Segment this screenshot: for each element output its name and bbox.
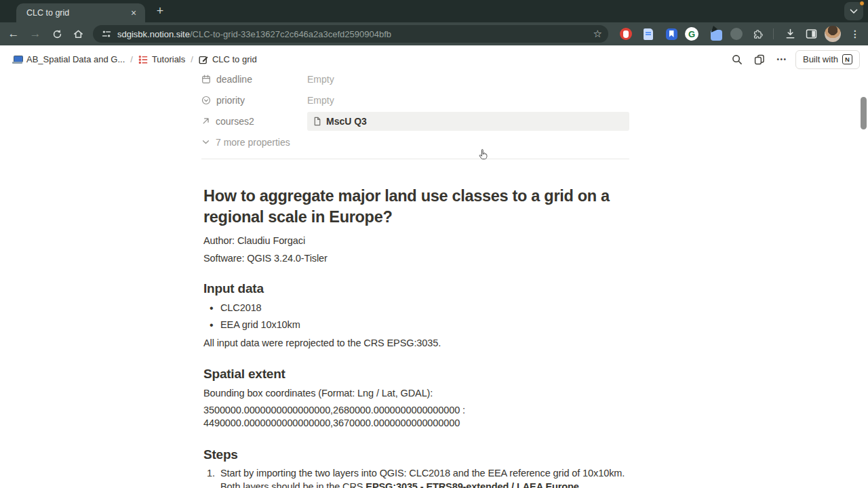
home-button[interactable] [68,22,87,45]
breadcrumb-item-workspace[interactable]: AB_Spatial Data and G... [9,53,127,66]
site-settings-icon[interactable] [102,29,111,39]
extension-grammarly-icon[interactable]: G [684,22,700,45]
notion-topbar-actions: ••• Built with N [728,50,860,69]
spatial-intro: Bounding box coordinates (Format: Lng / … [203,386,629,400]
update-notification-dot [859,1,865,6]
reload-icon [52,28,63,40]
property-row-deadline[interactable]: deadline Empty [201,68,629,89]
browser-tab[interactable]: CLC to grid × [16,3,145,22]
tab-close-icon[interactable]: × [127,7,140,19]
extension-bookmark-icon[interactable] [663,22,679,45]
relation-arrow-icon [201,117,210,125]
download-icon [785,28,796,39]
home-icon [73,28,84,40]
laptop-icon [12,56,22,64]
extension-docs-icon[interactable] [640,22,656,45]
search-icon [732,54,743,65]
property-name: priority [216,95,245,106]
property-value: Empty [307,74,334,85]
step-item: 1. Start by importing the two layers int… [203,467,629,488]
page-title: How to aggregate major land use classes … [203,186,629,228]
chevron-down-icon [201,138,210,146]
list-item: EEA grid 10x10km [203,317,629,333]
select-icon [201,96,211,105]
edit-icon [199,55,208,64]
puzzle-icon [753,28,764,40]
browser-toolbar: ← → sdgisbk.notion.site/CLC-to-grid-33e1… [0,22,868,45]
bounding-box-coordinates: 3500000.0000000000000000,2680000.0000000… [203,404,629,430]
search-button[interactable] [728,51,746,68]
input-note: All input data were reprojected to the C… [203,336,629,350]
more-options-button[interactable]: ••• [773,51,791,68]
tab-strip: CLC to grid × + [0,0,868,22]
extension-blue-icon[interactable] [708,22,724,45]
properties-divider [201,159,629,159]
toolbar-separator [773,28,774,39]
duplicate-button[interactable] [751,51,768,68]
relation-page-title: MscU Q3 [326,116,367,127]
software-line: Software: QGIS 3.24.0-Tisler [203,251,629,265]
tab-search-button[interactable] [844,2,863,20]
extensions-menu-button[interactable] [750,22,766,45]
copy-icon [754,54,765,65]
notion-logo-icon: N [842,54,852,64]
property-row-priority[interactable]: priority Empty [201,89,629,110]
input-data-list: CLC2018 EEA grid 10x10km [203,300,629,333]
new-tab-button[interactable]: + [153,4,167,19]
back-button[interactable]: ← [4,22,23,45]
list-item: CLC2018 [203,300,629,317]
section-heading-input-data: Input data [203,281,629,297]
breadcrumb-separator: / [191,54,193,64]
browser-menu-button[interactable]: ⋮ [846,22,865,45]
address-bar[interactable]: sdgisbk.notion.site/CLC-to-grid-33e13627… [93,25,608,43]
calendar-icon [201,75,211,84]
steps-list: 1. Start by importing the two layers int… [203,467,629,488]
page-properties: deadline Empty priority Empty courses2 M… [201,68,629,159]
url-domain: sdgisbk.notion.site [117,29,190,39]
bookmark-star-icon[interactable]: ☆ [593,28,602,40]
section-heading-steps: Steps [203,447,629,463]
more-properties-toggle[interactable]: 7 more properties [201,131,629,152]
property-name: courses2 [216,116,254,127]
profile-avatar[interactable] [825,26,841,42]
checklist-icon [138,55,148,64]
page-icon [313,117,322,126]
side-panel-button[interactable] [803,22,819,45]
reload-button[interactable] [47,22,66,45]
extension-disabled-icon[interactable] [728,22,745,45]
property-row-courses2[interactable]: courses2 MscU Q3 [201,110,629,131]
property-name: deadline [216,74,252,85]
hand-cursor [478,148,489,161]
relation-chip[interactable]: MscU Q3 [307,112,629,131]
side-panel-icon [806,28,817,39]
downloads-button[interactable] [782,22,798,45]
step-number: 1. [207,467,215,481]
section-heading-spatial-extent: Spatial extent [203,366,629,382]
breadcrumb: AB_Spatial Data and G... / Tutorials / C… [9,53,260,66]
article-content: How to aggregate major land use classes … [203,186,629,488]
url-path: /CLC-to-grid-33e13627c2c646a2a3cefd25909… [190,29,391,39]
breadcrumb-separator: / [130,54,133,64]
property-value: Empty [307,95,334,106]
tab-title: CLC to grid [26,8,127,18]
forward-button[interactable]: → [26,22,45,45]
author-line: Author: Claudiu Forgaci [203,234,629,247]
chevron-down-icon [850,9,858,14]
breadcrumb-item-tutorials[interactable]: Tutorials [136,53,188,66]
scrollbar-thumb[interactable] [861,97,867,129]
extension-adblock-icon[interactable] [618,22,634,45]
built-with-notion-button[interactable]: Built with N [795,50,860,69]
breadcrumb-item-current-page[interactable]: CLC to grid [196,53,260,66]
